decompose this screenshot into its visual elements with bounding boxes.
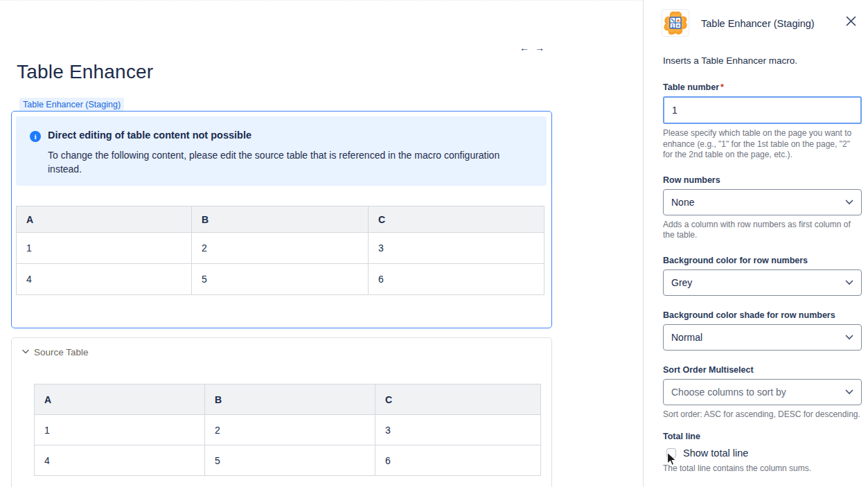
table-row: 123 — [35, 415, 541, 445]
table-enhancer-macro-node[interactable]: i Direct editing of table content not po… — [11, 111, 552, 328]
bg-color-value: Grey — [671, 277, 692, 288]
chevron-down-icon — [845, 335, 853, 340]
table-number-input[interactable] — [663, 96, 862, 124]
bg-color-select[interactable]: Grey — [663, 269, 862, 296]
close-icon[interactable] — [843, 13, 858, 28]
chevron-down-icon — [845, 389, 853, 395]
table-row: 456 — [17, 264, 544, 295]
macro-config-sidebar: 1 + Table Enhancer (Staging) Inserts a T… — [644, 0, 868, 487]
table-cell: 4 — [17, 264, 192, 295]
config-fields: Table number* Please specify which table… — [663, 82, 862, 475]
table-header-row: ABC — [17, 206, 544, 233]
row-numbers-help: Adds a column with row numbers as first … — [663, 220, 862, 241]
table-cell: 1 — [17, 233, 192, 264]
sidebar-description: Inserts a Table Enhancer macro. — [663, 55, 797, 66]
sidebar-title: Table Enhancer (Staging) — [701, 18, 815, 29]
table-cell: 3 — [375, 415, 541, 445]
source-table-title: Source Table — [34, 347, 89, 357]
row-numbers-label: Row numbers — [663, 175, 862, 185]
enhanced-table: ABC 123456 — [16, 206, 544, 295]
table-row: 456 — [35, 445, 541, 476]
column-header: A — [35, 384, 205, 415]
info-icon: i — [30, 131, 41, 142]
info-panel-body: To change the following content, please … — [48, 148, 527, 176]
mouse-cursor-icon — [666, 452, 677, 467]
row-numbers-value: None — [671, 197, 694, 208]
table-cell: 6 — [369, 264, 544, 295]
svg-text:1: 1 — [671, 24, 674, 28]
svg-text:+: + — [677, 23, 680, 29]
total-line-label: Total line — [663, 432, 862, 441]
table-cell: 2 — [192, 233, 369, 264]
bg-shade-select[interactable]: Normal — [663, 324, 862, 351]
source-table-panel: Source Table ABC 123456 — [11, 337, 552, 487]
info-panel: i Direct editing of table content not po… — [16, 116, 547, 186]
table-cell: 5 — [192, 264, 369, 295]
bg-shade-label: Background color shade for row numbers — [663, 310, 862, 320]
column-header: B — [192, 206, 369, 233]
chevron-down-icon — [845, 200, 853, 205]
table-cell: 5 — [205, 445, 375, 476]
source-table-expand-toggle[interactable]: Source Table — [12, 338, 551, 369]
column-header: C — [375, 384, 541, 415]
macro-editor-page: Table Enhancer ← → Table Enhancer (Stagi… — [0, 0, 868, 487]
column-header: C — [369, 206, 544, 233]
column-header: B — [205, 384, 375, 415]
row-numbers-select[interactable]: None — [663, 189, 862, 215]
info-panel-title: Direct editing of table content not poss… — [48, 130, 251, 141]
sort-order-multiselect[interactable]: Choose columns to sort by — [663, 379, 862, 405]
table-cell: 1 — [35, 415, 205, 445]
macro-name-chip[interactable]: Table Enhancer (Staging) — [19, 98, 124, 112]
table-number-label: Table number* — [663, 82, 862, 92]
total-line-help: The total line contains the column sums. — [663, 463, 862, 475]
table-cell: 4 — [35, 445, 205, 476]
source-table: ABC 123456 — [34, 384, 541, 476]
sort-order-help: Sort order: ASC for ascending, DESC for … — [663, 409, 862, 420]
bg-color-label: Background color for row numbers — [663, 256, 862, 265]
chevron-down-icon — [845, 280, 853, 285]
show-total-line-label: Show total line — [683, 448, 748, 459]
chevron-down-icon — [22, 349, 29, 354]
sort-order-label: Sort Order Multiselect — [663, 365, 862, 375]
table-cell: 2 — [205, 415, 375, 445]
sort-order-placeholder: Choose columns to sort by — [671, 387, 786, 398]
total-line-checkbox-row: Show total line — [663, 448, 862, 459]
resize-horizontal-icon[interactable]: ← → — [520, 42, 546, 53]
table-cell: 6 — [375, 445, 541, 476]
table-header-row: ABC — [35, 384, 541, 415]
table-row: 123 — [17, 233, 544, 264]
table-cell: 3 — [369, 233, 544, 264]
bg-shade-value: Normal — [671, 332, 702, 343]
table-enhancer-macro-icon: 1 + — [662, 9, 689, 37]
table-number-help: Please specify which table on the page y… — [663, 128, 862, 161]
page-title: Table Enhancer — [17, 61, 153, 83]
required-marker: * — [720, 82, 724, 92]
column-header: A — [17, 206, 192, 233]
